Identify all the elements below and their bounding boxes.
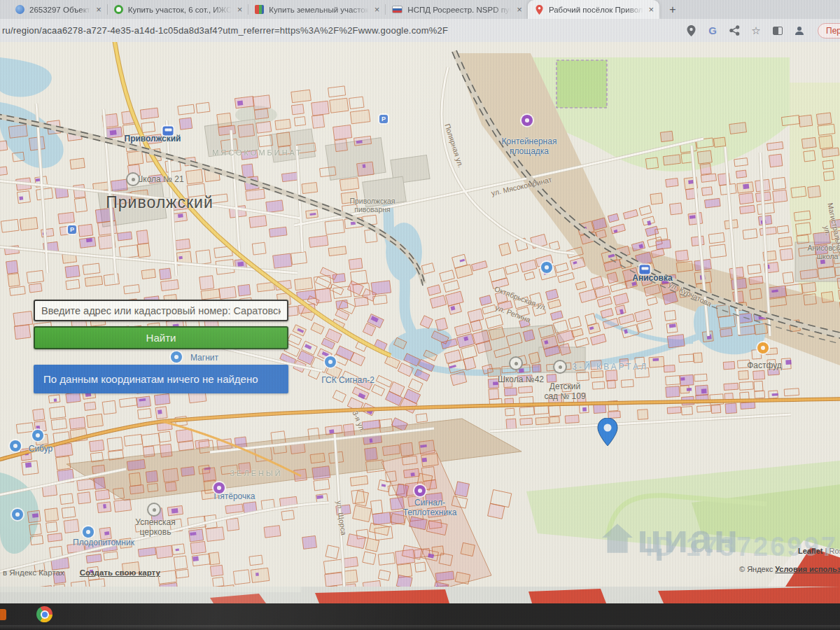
shop-icon — [541, 262, 552, 273]
map-label: Магнит — [190, 354, 218, 363]
map-label: Полярная ул. — [443, 122, 465, 169]
close-tab-icon[interactable]: × — [517, 5, 522, 14]
school-icon — [510, 358, 522, 369]
red-pin-favicon-icon — [535, 5, 544, 14]
poi-icon — [12, 509, 23, 520]
train-station-icon — [163, 127, 174, 136]
chrome-icon[interactable] — [36, 606, 52, 622]
browser-tab-strip: 2653297 Объект × Купить участок, 6 сот.,… — [0, 0, 840, 19]
factory-icon — [10, 440, 21, 451]
create-map-link[interactable]: Создать свою карту — [80, 568, 160, 577]
tab-title: НСПД Росреестр. NSPD пуб — [407, 6, 511, 14]
globe-favicon-icon — [15, 5, 24, 14]
fastfood-icon — [757, 342, 769, 354]
source-attribution: Rosreestr — [829, 547, 840, 555]
parking-icon — [68, 225, 76, 234]
map-label: ул. Мясокомбинат — [491, 175, 553, 197]
map-label: Фастфуд — [747, 361, 782, 371]
map-label: ул. Щорса — [335, 500, 349, 536]
map-label: ЗЕЛЕНЫЙ — [230, 469, 282, 478]
leaflet-attribution: Leaflet | Rosreestr — [798, 547, 840, 555]
map-label: МЯСОКОМБИНАТ — [212, 148, 303, 158]
russian-flag-favicon-icon — [392, 6, 402, 13]
tab-title: Купить участок, 6 сот., ИЖС — [128, 6, 232, 14]
page-bottom-banner — [0, 587, 840, 603]
map-label: Приволжский — [106, 193, 213, 211]
factory-icon — [414, 485, 426, 496]
tab-title: 2653297 Объект — [29, 6, 90, 14]
map-label: 3-я ул. — [351, 410, 367, 433]
monitor-bezel — [0, 625, 840, 630]
map-footer-links: в Яндекс Картах Создать свою карту — [3, 568, 160, 577]
map-label: Приволжская пивоварня — [349, 197, 395, 214]
map-marker-pin[interactable] — [597, 418, 618, 449]
shop-icon — [171, 351, 182, 363]
parking-icon — [379, 115, 388, 123]
profile-icon[interactable] — [793, 24, 806, 37]
kindergarten-icon — [554, 361, 566, 372]
map-label: Сибур — [29, 444, 53, 454]
church-icon — [148, 504, 160, 515]
map-label: Сигнал- Теплотехника — [403, 498, 457, 518]
tab-title: Рабочий посёлок Привол — [549, 6, 643, 14]
train-station-icon — [640, 265, 650, 274]
green-ring-favicon-icon — [114, 5, 123, 14]
map-label: Приволжский — [125, 134, 181, 144]
side-panel-icon[interactable] — [771, 24, 784, 37]
map-canvas[interactable]: ПриволжскийШкола № 21МЯСОКОМБИНАТул. Мяс… — [0, 42, 840, 587]
map-label: Контейнерная площадка — [502, 137, 557, 157]
factory-icon — [32, 430, 43, 441]
tab-settlement-active[interactable]: Рабочий посёлок Привол × — [528, 0, 659, 19]
address-bar[interactable]: ru/region/acaa6278-a727-4e35-a14d-1c05da… — [0, 25, 448, 36]
app-icon[interactable] — [0, 609, 6, 620]
map-label: Успенская церковь — [135, 518, 175, 538]
map-label: Пятёрочка — [214, 492, 255, 502]
close-tab-icon[interactable]: × — [374, 5, 380, 14]
share-icon[interactable] — [728, 24, 741, 37]
bookmark-star-icon[interactable]: ☆ — [750, 24, 762, 37]
map-label: ГСК Сигнал-2 — [321, 376, 374, 386]
photographed-monitor: 2653297 Объект × Купить участок, 6 сот.,… — [0, 0, 840, 630]
browser-toolbar: ru/region/acaa6278-a727-4e35-a14d-1c05da… — [0, 19, 840, 42]
close-tab-icon[interactable]: × — [237, 5, 243, 14]
tab-buy-land[interactable]: Купить земельный участок × — [248, 0, 385, 19]
yandex-attribution: © Яндекс Условия использования — [739, 565, 840, 573]
nursery-icon — [83, 526, 94, 538]
not-found-notice: По данным координатам ничего не найдено — [34, 365, 288, 393]
profile-name-pill[interactable]: Пер — [818, 23, 840, 38]
school-icon — [127, 174, 139, 185]
yandex-maps-text: в Яндекс Картах — [3, 568, 64, 577]
tab-nspd[interactable]: НСПД Росреестр. NSPD пуб × — [385, 0, 528, 19]
close-tab-icon[interactable]: × — [649, 5, 654, 14]
map-label: Школа № 21 — [135, 175, 183, 185]
multicolor-favicon-icon — [255, 5, 264, 14]
shop-icon — [214, 482, 225, 493]
map-label: ул. Репина — [494, 303, 531, 324]
garage-coop-icon — [325, 356, 336, 368]
search-button[interactable]: Найти — [34, 326, 288, 349]
google-icon[interactable]: G — [706, 24, 719, 37]
map-label: 3-Й КВАРТАЛ — [573, 363, 649, 372]
map-label: Анисовка — [632, 274, 672, 284]
taskbar — [0, 603, 840, 625]
leaflet-link[interactable]: Leaflet — [798, 547, 822, 555]
tab-title: Купить земельный участок — [269, 6, 368, 14]
map-label: ул. Курчатова — [667, 280, 713, 308]
map-label: Детский сад № 109 — [544, 382, 585, 402]
terms-link[interactable]: Условия использования — [775, 565, 840, 573]
map-label: Школа №42 — [498, 375, 544, 385]
tab-object[interactable]: 2653297 Объект × — [8, 0, 107, 19]
location-pin-icon[interactable] — [685, 24, 697, 37]
tab-buy-plot[interactable]: Купить участок, 6 сот., ИЖС × — [107, 0, 248, 19]
container-site-icon — [522, 115, 533, 126]
close-tab-icon[interactable]: × — [96, 5, 102, 14]
map-label: Плодопитомник — [73, 538, 134, 548]
cadastral-search-input[interactable] — [34, 300, 288, 321]
new-tab-button[interactable]: + — [659, 0, 685, 19]
